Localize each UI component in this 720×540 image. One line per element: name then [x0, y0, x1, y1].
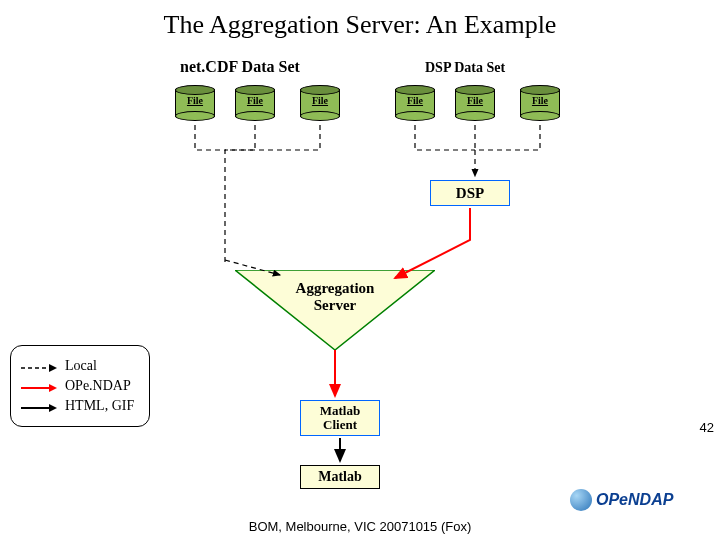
file-label: File	[300, 95, 340, 106]
svg-marker-2	[49, 364, 57, 372]
page-number: 42	[700, 420, 714, 435]
cylinder-icon: File	[300, 85, 340, 121]
matlab-box: Matlab	[300, 465, 380, 489]
footer-text: BOM, Melbourne, VIC 20071015 (Fox)	[0, 519, 720, 534]
aggregation-server-label: Aggregation Server	[235, 280, 435, 313]
legend-opendap-label: OPe.NDAP	[65, 378, 131, 394]
file-label: File	[520, 95, 560, 106]
netcdf-dataset-label: net.CDF Data Set	[180, 58, 300, 76]
file-label: File	[395, 95, 435, 106]
logo-text: OPeNDAP	[596, 491, 673, 509]
legend-row-local: Local	[21, 358, 139, 374]
cylinder-icon: File	[455, 85, 495, 121]
cylinder-icon: File	[235, 85, 275, 121]
dsp-dataset-label: DSP Data Set	[425, 60, 505, 76]
cylinder-icon: File	[520, 85, 560, 121]
opendap-arrow-icon	[21, 381, 57, 391]
legend-row-htmlgif: HTML, GIF	[21, 398, 139, 414]
legend-htmlgif-label: HTML, GIF	[65, 398, 134, 414]
slide-title: The Aggregation Server: An Example	[0, 10, 720, 40]
cylinder-icon: File	[175, 85, 215, 121]
matlab-client-box: Matlab Client	[300, 400, 380, 436]
opendap-logo: OPeNDAP	[570, 480, 690, 520]
htmlgif-arrow-icon	[21, 401, 57, 411]
cylinder-icon: File	[395, 85, 435, 121]
svg-marker-6	[49, 404, 57, 412]
file-label: File	[455, 95, 495, 106]
dsp-box: DSP	[430, 180, 510, 206]
file-label: File	[175, 95, 215, 106]
aggregation-server-funnel: Aggregation Server	[235, 270, 435, 350]
svg-marker-4	[49, 384, 57, 392]
local-arrow-icon	[21, 361, 57, 371]
file-label: File	[235, 95, 275, 106]
legend-local-label: Local	[65, 358, 97, 374]
legend: Local OPe.NDAP HTML, GIF	[10, 345, 150, 427]
globe-icon	[570, 489, 592, 511]
legend-row-opendap: OPe.NDAP	[21, 378, 139, 394]
